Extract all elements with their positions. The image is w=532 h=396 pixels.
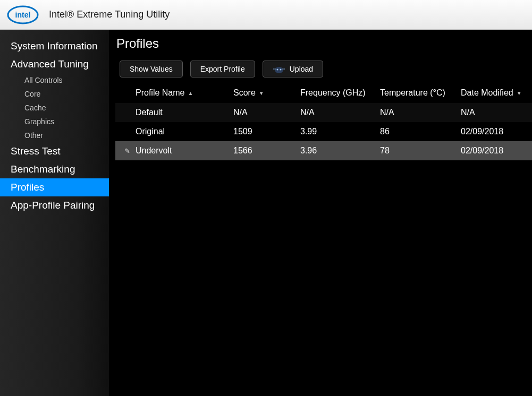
export-profile-label: Export Profile — [200, 65, 245, 73]
table-row[interactable]: Default N/A N/A N/A N/A — [115, 103, 532, 122]
col-date-modified[interactable]: Date Modified ▼ — [461, 88, 532, 98]
upload-button[interactable]: Upload — [263, 61, 323, 78]
profiles-table: Profile Name ▲ Score ▼ Frequency (GHz) T… — [115, 85, 532, 160]
sidebar-item-stress-test[interactable]: Stress Test — [0, 142, 109, 160]
intel-logo: intel — [6, 4, 39, 25]
sidebar-sub-other[interactable]: Other — [0, 128, 109, 142]
table-header: Profile Name ▲ Score ▼ Frequency (GHz) T… — [115, 85, 532, 103]
row-temp: N/A — [380, 108, 461, 117]
row-freq: 3.99 — [300, 127, 380, 136]
svg-point-3 — [276, 69, 278, 71]
toolbar: Show Values Export Profile — [120, 61, 532, 78]
col-temperature[interactable]: Temperature (°C) — [380, 88, 461, 98]
sidebar-sub-cache[interactable]: Cache — [0, 101, 109, 115]
svg-point-4 — [280, 69, 281, 71]
row-temp: 78 — [380, 146, 461, 156]
col-frequency-label: Frequency (GHz) — [300, 88, 366, 98]
row-freq: 3.96 — [300, 146, 380, 156]
row-temp: 86 — [380, 127, 461, 136]
sidebar-item-profiles[interactable]: Profiles — [0, 178, 109, 196]
sidebar-item-advanced-tuning[interactable]: Advanced Tuning — [0, 55, 109, 73]
sidebar-sub-all-controls[interactable]: All Controls — [0, 73, 109, 87]
col-date-modified-label: Date Modified — [461, 88, 513, 98]
table-row[interactable]: Original 1509 3.99 86 02/09/2018 — [115, 122, 532, 141]
row-score: 1566 — [233, 146, 300, 156]
row-date: 02/09/2018 — [461, 146, 532, 156]
row-name: Undervolt — [133, 146, 233, 156]
app-header: intel Intel® Extreme Tuning Utility — [0, 0, 532, 30]
svg-point-2 — [275, 67, 283, 73]
sort-desc-icon: ▼ — [259, 90, 264, 96]
hdbot-icon — [273, 64, 285, 74]
row-date: N/A — [461, 108, 532, 117]
sidebar-item-app-profile-pairing[interactable]: App-Profile Pairing — [0, 196, 109, 214]
main-panel: Profiles Show Values Export Profile — [109, 30, 532, 396]
page-title: Profiles — [116, 36, 532, 51]
sidebar-sub-graphics[interactable]: Graphics — [0, 115, 109, 128]
sidebar: System Information Advanced Tuning All C… — [0, 30, 109, 396]
table-row[interactable]: ✎ Undervolt 1566 3.96 78 02/09/2018 — [115, 141, 532, 160]
sort-desc-icon: ▼ — [517, 90, 522, 96]
sidebar-item-benchmarking[interactable]: Benchmarking — [0, 160, 109, 178]
export-profile-button[interactable]: Export Profile — [190, 61, 255, 78]
row-date: 02/09/2018 — [461, 127, 532, 136]
row-name: Default — [133, 108, 233, 117]
sort-asc-icon: ▲ — [188, 90, 193, 96]
row-score: 1509 — [233, 127, 300, 136]
svg-point-7 — [273, 68, 274, 70]
col-score[interactable]: Score ▼ — [233, 88, 300, 98]
col-edit — [115, 88, 133, 98]
col-profile-name-label: Profile Name — [136, 88, 184, 98]
col-profile-name[interactable]: Profile Name ▲ — [133, 88, 233, 98]
svg-text:intel: intel — [15, 11, 31, 19]
col-temperature-label: Temperature (°C) — [380, 88, 445, 98]
upload-label: Upload — [290, 65, 313, 73]
col-score-label: Score — [233, 88, 256, 98]
svg-point-8 — [284, 68, 285, 70]
sidebar-sub-core[interactable]: Core — [0, 87, 109, 101]
row-name: Original — [133, 127, 233, 136]
sidebar-item-system-information[interactable]: System Information — [0, 37, 109, 55]
show-values-label: Show Values — [130, 65, 173, 73]
app-title: Intel® Extreme Tuning Utility — [49, 9, 170, 20]
row-edit-cell: ✎ — [115, 147, 133, 155]
pencil-icon[interactable]: ✎ — [124, 147, 130, 155]
show-values-button[interactable]: Show Values — [120, 61, 183, 78]
row-freq: N/A — [300, 108, 380, 117]
row-score: N/A — [233, 108, 300, 117]
col-frequency[interactable]: Frequency (GHz) — [300, 88, 380, 98]
